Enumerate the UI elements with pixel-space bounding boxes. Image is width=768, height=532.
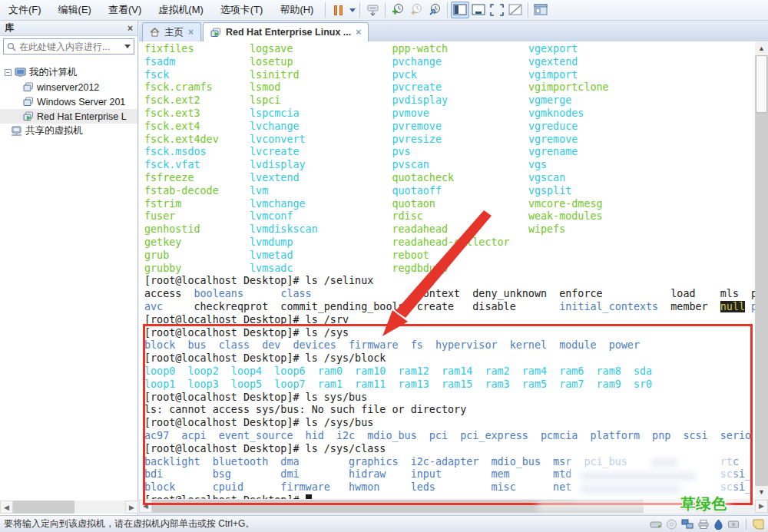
tree-item-red-hat[interactable]: Red Hat Enterprise L [0, 109, 137, 124]
vm-tree: − 我的计算机 winserver2012 [0, 65, 137, 138]
tree-item-label: 我的计算机 [29, 66, 78, 79]
scroll-up-icon[interactable]: ▲ [755, 42, 768, 55]
usb-device-icon[interactable] [727, 519, 740, 530]
show-library-icon [453, 4, 467, 16]
collapse-icon[interactable]: − [5, 69, 12, 76]
scroll-right-icon[interactable]: ▶ [125, 501, 138, 514]
menu-file[interactable]: 文件(F) [0, 0, 50, 20]
close-icon[interactable]: × [127, 23, 133, 34]
toolbar-separator [528, 2, 528, 18]
vm-console-terminal[interactable]: fixfiles logsave ppp-watch vgexportfsadm… [139, 42, 755, 499]
terminal-output: fixfiles logsave ppp-watch vgexportfsadm… [144, 43, 755, 499]
snapshot-take-icon [391, 3, 405, 17]
cd-dvd-icon[interactable] [666, 519, 677, 530]
sidebar-horizontal-scrollbar[interactable]: ◀ ▶ [0, 501, 138, 514]
show-library-button[interactable] [451, 2, 469, 18]
tree-item-label: Red Hat Enterprise L [37, 111, 127, 122]
vm-running-icon [23, 111, 34, 121]
revert-snapshot-button[interactable] [407, 2, 425, 18]
tab-bar: 主页 × Red Hat Enterprise Linux ... × [139, 21, 768, 42]
toolbar-separator [447, 2, 448, 18]
menu-edit[interactable]: 编辑(E) [50, 0, 100, 20]
show-thumbnail-bar-button[interactable] [469, 2, 488, 18]
menu-view[interactable]: 查看(V) [100, 0, 150, 20]
vm-icon [23, 82, 34, 92]
home-icon [150, 28, 160, 37]
power-dropdown-button[interactable] [347, 2, 356, 18]
tree-item-windows-server[interactable]: Windows Server 201 [0, 94, 137, 109]
printer-icon[interactable] [697, 519, 710, 530]
tree-item-my-computer[interactable]: − 我的计算机 [0, 65, 137, 80]
close-icon[interactable]: × [356, 27, 361, 38]
computer-icon [15, 68, 26, 78]
vm-console-icon [210, 28, 221, 38]
toolbar-separator [385, 2, 386, 18]
tab-red-hat-enterprise-linux[interactable]: Red Hat Enterprise Linux ... × [203, 22, 369, 41]
terminal-vertical-scrollbar[interactable]: ▲ ▼ [755, 42, 768, 499]
tree-item-label: winserver2012 [37, 82, 99, 93]
message-log-icon[interactable] [753, 519, 764, 530]
search-icon [7, 42, 16, 51]
vm-icon [23, 97, 34, 107]
scroll-left-icon[interactable]: ◀ [0, 501, 13, 514]
library-search[interactable] [3, 38, 134, 55]
vmware-workstation-window: 文件(F) 编辑(E) 查看(V) 虚拟机(M) 选项卡(T) 帮助(H) [0, 0, 768, 532]
hard-disk-icon[interactable] [650, 519, 662, 530]
device-status-icons [650, 519, 764, 530]
library-panel-button[interactable] [531, 2, 550, 18]
close-icon[interactable]: × [188, 27, 194, 38]
tree-item-winserver2012[interactable]: winserver2012 [0, 80, 137, 94]
fullscreen-icon [490, 4, 504, 16]
annotation-label: 草绿色 [680, 494, 727, 514]
library-title: 库 [5, 21, 14, 35]
send-ctrl-alt-del-icon [366, 4, 379, 17]
menubar: 文件(F) 编辑(E) 查看(V) 虚拟机(M) 选项卡(T) 帮助(H) [0, 0, 768, 21]
menu-help[interactable]: 帮助(H) [271, 0, 322, 20]
toolbar-separator [359, 2, 360, 18]
pause-icon [334, 5, 343, 15]
tab-home[interactable]: 主页 × [142, 22, 201, 41]
sound-icon[interactable] [713, 519, 723, 530]
toolbar-separator [325, 2, 326, 18]
unity-mode-icon [508, 4, 522, 16]
library-sidebar: 库 × − 我的计算机 [0, 21, 138, 515]
take-snapshot-button[interactable] [389, 2, 407, 18]
tree-item-label: 共享的虚拟机 [25, 124, 83, 137]
scroll-left-icon[interactable]: ◀ [139, 500, 152, 513]
tree-item-shared-vms[interactable]: 共享的虚拟机 [0, 124, 137, 138]
snapshot-revert-icon [409, 3, 423, 17]
scrollbar-thumb[interactable] [756, 55, 767, 113]
snapshot-manager-button[interactable] [425, 2, 444, 18]
unity-mode-button[interactable] [506, 2, 525, 18]
scrollbar-thumb[interactable] [13, 501, 74, 514]
shared-vm-icon [11, 126, 22, 136]
library-panel-header: 库 × [0, 21, 137, 36]
network-adapter-icon[interactable] [681, 519, 694, 530]
status-bar: 要将输入定向到该虚拟机，请在虚拟机内部单击或按 Ctrl+G。 [0, 515, 768, 532]
menu-tabs[interactable]: 选项卡(T) [212, 0, 272, 20]
tab-label: Red Hat Enterprise Linux ... [226, 27, 351, 38]
scroll-down-icon[interactable]: ▼ [755, 486, 768, 499]
search-input[interactable] [19, 41, 120, 52]
fullscreen-button[interactable] [488, 2, 506, 18]
chevron-down-icon[interactable] [124, 45, 131, 48]
tab-label: 主页 [164, 26, 184, 39]
scroll-right-icon[interactable]: ▶ [755, 500, 768, 513]
status-message: 要将输入定向到该虚拟机，请在虚拟机内部单击或按 Ctrl+G。 [4, 517, 254, 530]
snapshot-manager-icon [428, 3, 442, 17]
menu-vm[interactable]: 虚拟机(M) [150, 0, 212, 20]
library-panel-icon [534, 4, 548, 16]
tree-item-label: Windows Server 201 [37, 97, 125, 107]
pause-button[interactable] [329, 2, 347, 18]
blur-patch [570, 449, 735, 500]
send-ctrl-alt-del-button[interactable] [363, 2, 382, 18]
dropdown-icon [349, 8, 356, 12]
show-thumbnail-bar-icon [472, 4, 485, 16]
